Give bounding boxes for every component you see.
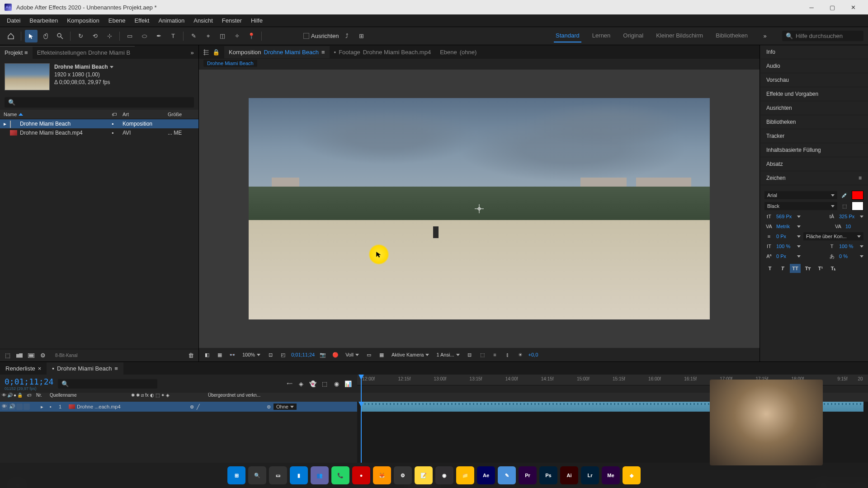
close-button[interactable]: ✕ [843,0,863,14]
menu-hilfe[interactable]: Hilfe [246,15,267,26]
snap-grid[interactable]: ⊞ [355,30,368,42]
workspace-original[interactable]: Original [621,29,645,42]
font-family-dropdown[interactable]: Arial [764,191,837,199]
roto-tool[interactable]: ✧ [231,30,243,42]
taskbar-app-lr[interactable]: Lr [581,466,599,484]
menu-effekt[interactable]: Effekt [130,15,154,26]
timeline-comp-tab[interactable]: ▪ Drohne Miami Beach ≡ [47,362,123,375]
taskbar-app-ae[interactable]: Ae [477,466,495,484]
panel-overflow[interactable]: » [186,46,198,59]
kerning-value[interactable]: Metrik [776,224,794,229]
taskbar-app-me[interactable]: Me [602,466,620,484]
snapshot-button[interactable]: 📷 [318,350,327,359]
resolution-dropdown[interactable]: Voll [344,351,361,358]
workspace-kleiner[interactable]: Kleiner Bildschirm [654,29,705,42]
panel-bibliotheken[interactable]: Bibliotheken [760,115,868,129]
project-item-footage[interactable]: Drohne Miami Beach.mp4 ▪ AVI ... ME [0,128,198,137]
sort-icon[interactable] [19,113,23,116]
stroke-color-swatch[interactable] [852,202,863,211]
zoom-dropdown[interactable]: 100% [241,351,262,358]
project-tab[interactable]: Projekt ≡ [0,46,33,59]
frame-blend-button[interactable]: ⬚ [320,379,329,388]
pickwhip-icon[interactable]: ⊚ [267,404,271,410]
menu-ansicht[interactable]: Ansicht [189,15,217,26]
font-style-dropdown[interactable]: Black [764,202,837,210]
taskbar-app-notes[interactable]: 📝 [415,466,433,484]
panel-ausrichten[interactable]: Ausrichten [760,101,868,115]
puppet-tool[interactable]: 📍 [245,30,258,42]
workspace-bibliotheken[interactable]: Bibliotheken [714,29,750,42]
allcaps-button[interactable]: TT [790,264,801,273]
project-search[interactable]: 🔍 [5,97,194,108]
help-search[interactable]: 🔍 Hilfe durchsuchen [782,31,863,41]
italic-button[interactable]: T [777,264,788,273]
taskbar-app-files[interactable]: 📁 [456,466,474,484]
taskbar-app-task[interactable]: ▭ [269,466,287,484]
views-dropdown[interactable]: 1 Ansi... [434,351,461,358]
exposure-reset[interactable]: ☀ [516,350,525,359]
tsume-value[interactable]: 0 % [839,253,857,259]
panel-absatz[interactable]: Absatz [760,157,868,171]
draft3d-button[interactable]: ◈ [297,379,306,388]
layer-visibility-toggle[interactable]: 👁 [2,404,8,410]
shape-ellipse-tool[interactable]: ⬭ [138,30,151,42]
layer-row-1[interactable]: 👁 🔊 ▸ ▪ 1 Drohne ...each.mp4 ⊕╱ ⊚ [0,402,357,412]
stroke-option-dropdown[interactable]: Fläche über Kon... [803,232,863,240]
chevron-down-icon[interactable] [110,66,113,68]
menu-bearbeiten[interactable]: Bearbeiten [25,15,62,26]
workspace-overflow[interactable]: » [759,29,771,42]
taskbar-app-obs[interactable]: ◉ [435,466,453,484]
shape-rect-tool[interactable]: ▭ [123,30,136,42]
taskbar-app-search[interactable]: 🔍 [248,466,266,484]
taskbar-app-app1[interactable]: ⚙ [394,466,412,484]
vscale-value[interactable]: 100 % [776,244,794,249]
taskbar-app-teams[interactable]: 👥 [311,466,329,484]
timeline-timecode[interactable]: 0;01;11;24 [5,377,53,386]
hand-tool[interactable] [39,30,52,42]
camera-dropdown[interactable]: Aktive Kamera [390,351,431,358]
workspace-standard[interactable]: Standard [554,29,581,42]
panel-zeichen-header[interactable]: Zeichen≡ [760,171,868,185]
baseline-value[interactable]: 0 Px [776,253,794,259]
taskbar-app-app3[interactable]: ◆ [623,466,641,484]
pixel-aspect-button[interactable]: ⊟ [465,350,474,359]
motion-blur-button[interactable]: ◉ [332,379,341,388]
menu-fenster[interactable]: Fenster [217,15,246,26]
pen-tool[interactable]: ✒ [152,30,165,42]
taskbar-app-pr[interactable]: Pr [519,466,537,484]
lock-icon[interactable]: 🔒 [212,49,220,56]
bold-button[interactable]: T [764,264,775,273]
leading-value[interactable]: 325 Px [839,214,857,219]
effects-settings-tab[interactable]: Effekteinstellungen Drohne Miami B [33,46,135,59]
parent-dropdown[interactable]: Ohne [274,404,297,410]
panel-info[interactable]: Info [760,45,868,59]
no-fill-icon[interactable]: ⬚ [840,202,849,210]
tracking-value[interactable]: 10 [845,224,863,229]
fill-color-swatch[interactable] [852,191,863,200]
delete-button[interactable]: 🗑 [187,352,195,360]
workspace-lernen[interactable]: Lernen [590,29,612,42]
taskbar-app-ps[interactable]: Ps [539,466,557,484]
exposure-value[interactable]: +0,0 [528,352,538,357]
selection-tool[interactable] [25,30,38,42]
panel-content-fill[interactable]: Inhaltsbasierte Füllung [760,143,868,157]
stroke-width-value[interactable]: 0 Px [776,234,794,239]
flowchart-icon[interactable]: ⬱ [203,48,209,56]
snap-checkbox[interactable] [303,33,309,39]
maximize-button[interactable]: ▢ [822,0,843,14]
bit-depth-label[interactable]: 8-Bit-Kanal [55,353,77,358]
clone-tool[interactable]: ⌖ [202,30,214,42]
grid-button[interactable]: ▦ [377,350,386,359]
minimize-button[interactable]: ─ [801,0,822,14]
project-item-comp[interactable]: ▸ Drohne Miami Beach ▪ Komposition [0,119,198,128]
taskbar-app-edge[interactable]: ▮ [290,466,308,484]
fast-preview-button[interactable]: ⬚ [478,350,487,359]
taskbar-app-ai[interactable]: Ai [560,466,578,484]
layer-solo-toggle[interactable] [16,404,23,410]
render-queue-tab[interactable]: Renderliste × [0,362,47,375]
roi-button[interactable]: ◰ [278,350,288,359]
layer-viewer-tab[interactable]: Ebene (ohne) [435,46,481,58]
timeline-search[interactable]: 🔍 [58,379,157,389]
flowchart-button[interactable]: ⫿ [503,350,512,359]
panel-vorschau[interactable]: Vorschau [760,73,868,87]
